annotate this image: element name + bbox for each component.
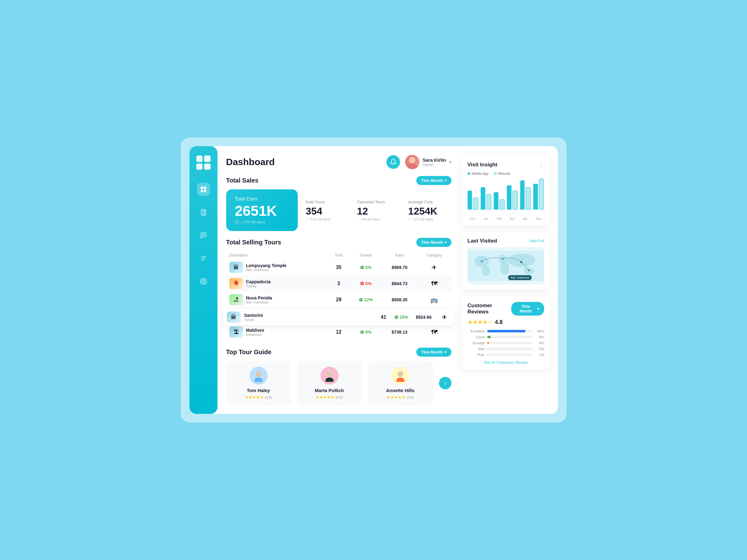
total-sales-title: Total Sales <box>226 177 259 184</box>
see-all-reviews-link[interactable]: See All Customers Review <box>468 361 544 365</box>
santorini-growth: 15% <box>393 315 409 320</box>
guides-list: Tom Haley ★★★★★ (4.9) Marta Pollich ★★★★… <box>226 361 452 405</box>
view-full-link[interactable]: View Full <box>529 239 544 243</box>
guide-avatar <box>391 367 409 384</box>
bar-mobile <box>533 184 538 210</box>
growth-value: 5% <box>353 281 379 286</box>
stat-canceled-value: 12 <box>357 206 397 217</box>
svg-point-35 <box>520 261 522 263</box>
category-icon: 🗺 <box>431 280 437 287</box>
visit-insight-title: Visit Insight <box>468 162 497 168</box>
stat-avg-label: Average Cost <box>408 199 448 204</box>
stat-sold-value: 354 <box>306 206 346 217</box>
review-bar-row: Good 8% <box>468 335 544 339</box>
review-header: Customer Reviews This Month <box>468 302 544 316</box>
review-bar-pct: 8% <box>535 335 544 339</box>
guide-stars: ★★★★★ (4.9) <box>387 395 413 400</box>
bar-website <box>512 191 518 210</box>
table-row: 🏝 Maldives Maladewa 12 9% $738.13 🗺 <box>226 324 452 340</box>
bar-website <box>539 179 544 210</box>
reviews-this-month-button[interactable]: This Month <box>511 302 544 316</box>
review-bar-fill <box>487 342 489 344</box>
last-visited-title: Last Visited <box>468 238 497 244</box>
svg-point-11 <box>203 281 204 282</box>
review-bar-pct: 2% <box>535 347 544 351</box>
dest-name: Cappadocia <box>246 279 271 284</box>
sold-value: 29 <box>336 297 342 302</box>
svg-rect-2 <box>201 190 203 192</box>
visit-insight-card: Visit Insight ⋮ Mobile App Website <box>461 155 550 225</box>
bar-group <box>494 192 504 210</box>
earn-value: $858.35 <box>392 297 408 302</box>
svg-point-6 <box>203 235 204 235</box>
sidebar-item-messages[interactable] <box>197 229 210 242</box>
bar-group <box>468 191 478 210</box>
bar-website <box>499 199 505 210</box>
visit-insight-header: Visit Insight ⋮ <box>468 161 544 168</box>
review-bar-fill <box>487 330 525 332</box>
user-role: Admin <box>422 163 446 167</box>
chevron-down-icon: ▾ <box>449 160 452 164</box>
customer-reviews-card: Customer Reviews This Month ★★★★☆ 4.8 Ex… <box>461 296 550 370</box>
svg-point-20 <box>256 371 261 377</box>
bar-website <box>473 197 478 210</box>
right-panel: Visit Insight ⋮ Mobile App Website <box>461 146 558 414</box>
svg-point-30 <box>500 261 509 275</box>
bar-chart <box>468 179 544 216</box>
review-bar-track <box>487 330 532 332</box>
stat-sold-sub: ↑ ↑ 51% (30 days) <box>306 218 346 221</box>
guides-next-button[interactable]: › <box>439 377 452 389</box>
category-icon: 🚌 <box>430 296 438 303</box>
col-category: Category <box>417 251 452 259</box>
chart-label: May <box>533 217 544 220</box>
tours-this-month-button[interactable]: This Month <box>416 238 451 247</box>
total-sales-this-month-button[interactable]: This Month <box>416 176 451 185</box>
review-bar-row: Excellent 85% <box>468 329 544 333</box>
visit-insight-menu[interactable]: ⋮ <box>538 161 544 168</box>
sidebar-item-dashboard[interactable] <box>197 183 210 196</box>
table-row: 🏛 Lempuyang Temple Bali, Indonesia 35 5%… <box>226 259 452 275</box>
growth-value: 12% <box>353 297 379 302</box>
review-bar-row: Enough 4% <box>468 341 544 345</box>
dest-name: Nusa Penida <box>246 295 272 300</box>
chart-label: Apr <box>520 217 531 220</box>
sidebar-item-documents[interactable] <box>197 206 210 219</box>
svg-point-28 <box>482 265 490 276</box>
bar-mobile <box>494 192 498 210</box>
notification-button[interactable] <box>386 155 400 169</box>
tours-section-title: Total Selling Tours <box>226 239 281 246</box>
guide-name: Annette Hills <box>386 388 415 393</box>
review-bar-pct: 4% <box>535 341 544 345</box>
guide-card: Marta Pollich ★★★★★ (4.9) <box>297 361 362 405</box>
map-container: Bali, Indonesia <box>468 247 544 285</box>
earn-value: $969.70 <box>392 265 408 270</box>
sidebar-item-list[interactable] <box>197 252 210 265</box>
stat-canceled-sub: ↑ ↑ 9% (30 days) <box>357 218 397 221</box>
total-sales-header: Total Sales This Month <box>226 176 452 185</box>
sidebar-item-settings[interactable] <box>197 275 210 288</box>
chart-label: Feb <box>494 217 504 220</box>
tours-section-header: Total Selling Tours This Month <box>226 238 452 247</box>
guide-this-month-button[interactable]: This Month <box>416 348 451 357</box>
header-right: Sara Kirlin Admin ▾ <box>386 155 451 169</box>
total-selling-tours-section: Total Selling Tours This Month Destinati… <box>226 238 452 340</box>
review-bar-fill <box>487 348 488 350</box>
total-earn-value: 2651K <box>235 204 289 218</box>
dest-location: Maladewa <box>246 333 264 337</box>
santorini-location: Yunani <box>244 318 374 321</box>
legend-website: Website <box>494 171 511 176</box>
legend-mobile: Mobile App <box>468 171 488 176</box>
review-bar-fill <box>487 353 488 356</box>
user-info[interactable]: Sara Kirlin Admin ▾ <box>405 155 451 169</box>
santorini-name: Santorini <box>244 313 374 318</box>
last-visited-header: Last Visited View Full <box>468 238 544 244</box>
chart-legend: Mobile App Website <box>468 171 544 176</box>
growth-value: 9% <box>353 329 379 335</box>
svg-rect-1 <box>204 187 206 189</box>
guide-avatar <box>320 367 338 384</box>
growth-value: 5% <box>353 265 379 270</box>
guide-card: Tom Haley ★★★★★ (4.9) <box>226 361 291 405</box>
stat-sold-tours: Sold Tours 354 ↑ ↑ 51% (30 days) <box>303 189 349 231</box>
bar-mobile <box>507 185 512 210</box>
legend-website-dot <box>494 172 496 175</box>
